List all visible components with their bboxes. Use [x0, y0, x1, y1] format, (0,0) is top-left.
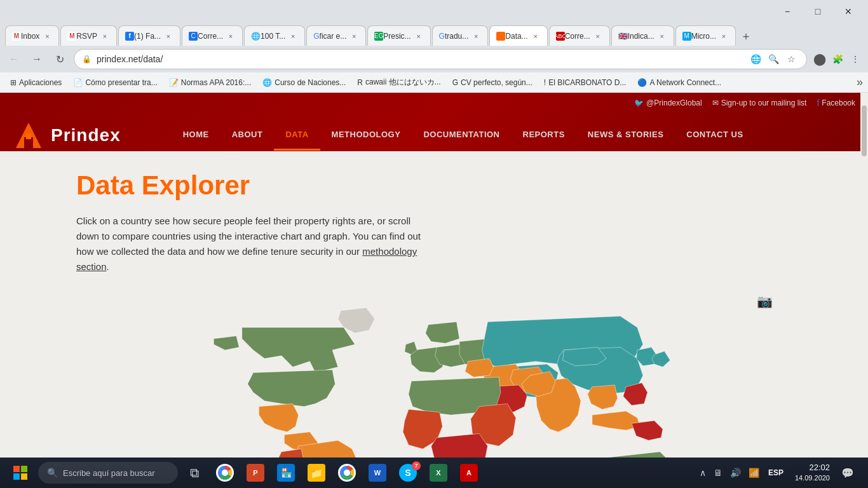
tab-close-presi[interactable]: ×	[414, 31, 424, 41]
tab-close-data[interactable]: ×	[531, 31, 541, 41]
tab-close-micro[interactable]: ×	[719, 31, 729, 41]
back-button[interactable]: ←	[5, 50, 23, 68]
taskbar-app-chrome2[interactable]	[333, 460, 361, 485]
nav-item-contact-us[interactable]: CONTACT US	[675, 120, 754, 151]
new-tab-button[interactable]: +	[737, 28, 755, 46]
tab-close-indica[interactable]: ×	[657, 31, 667, 41]
tab-fb[interactable]: f (1) Fa... ×	[118, 25, 180, 46]
bookmark-item[interactable]: 🔵A Network Connect...	[632, 77, 726, 88]
tab-close-inbox[interactable]: ×	[42, 31, 52, 41]
tab-close-ficar[interactable]: ×	[349, 31, 359, 41]
taskbar-app-acrobat[interactable]: A	[455, 460, 483, 485]
svg-point-12	[344, 470, 349, 475]
tab-close-corre2[interactable]: ×	[593, 31, 603, 41]
taskbar-app-powerpoint[interactable]: P	[241, 460, 269, 485]
taskbar-app-excel[interactable]: X	[424, 460, 452, 485]
wifi-icon[interactable]: 📶	[746, 465, 762, 480]
translate-icon[interactable]: 🌐	[748, 51, 763, 67]
notification-button[interactable]: 💬	[837, 460, 858, 485]
bookmark-item[interactable]: 🌐Curso de Naciones...	[257, 77, 351, 88]
mailing-link[interactable]: ✉ Sign-up to our mailing list	[712, 98, 807, 107]
window-controls[interactable]: − □ ✕	[773, 3, 863, 20]
tab-presi[interactable]: EG Presic... ×	[367, 25, 430, 46]
minimize-button[interactable]: −	[773, 3, 802, 20]
taskbar-search[interactable]: 🔍 Escribe aquí para buscar	[38, 462, 178, 484]
task-view-button[interactable]: ⧉	[180, 460, 208, 485]
bookmark-item[interactable]: Rcawaii 他にはないカ...	[352, 76, 445, 89]
maximize-button[interactable]: □	[803, 3, 832, 20]
tab-inbox[interactable]: M Inbox ×	[5, 25, 59, 46]
camera-icon[interactable]: 📷	[757, 294, 773, 309]
facebook-icon: f	[817, 98, 819, 108]
nav-item-home[interactable]: HOME	[172, 120, 220, 151]
site-logo[interactable]: Prindex	[13, 119, 121, 151]
nav-item-data[interactable]: DATA	[274, 120, 320, 151]
twitter-handle: @PrindexGlobal	[646, 98, 702, 107]
network-icon[interactable]: 🖥	[711, 465, 725, 480]
tab-close-100t[interactable]: ×	[288, 31, 298, 41]
bookmarks-more-button[interactable]: »	[857, 76, 863, 89]
tab-label-ficar: ficar e...	[320, 32, 347, 41]
scrollbar-thumb[interactable]	[862, 105, 867, 156]
close-button[interactable]: ✕	[834, 3, 863, 20]
tab-corre[interactable]: C Corre... ×	[182, 25, 243, 46]
tab-rsvp[interactable]: M RSVP ×	[60, 25, 117, 46]
favicon-corre2: ABC	[556, 32, 565, 41]
nav-item-documentation[interactable]: DOCUMENTATION	[412, 120, 511, 151]
bookmark-item[interactable]: GCV perfecto, según...	[447, 77, 538, 88]
start-button[interactable]	[5, 460, 36, 485]
tab-micro[interactable]: M Micro... ×	[675, 25, 736, 46]
menu-icon[interactable]: ⋮	[848, 51, 863, 67]
address-bar-row: ← → ↻ 🔒 prindex.net/data/ 🌐 🔍 ☆ ⬤ 🧩 ⋮	[0, 46, 868, 72]
nav-item-reports[interactable]: REPORTS	[512, 120, 576, 151]
clock-date: 14.09.2020	[795, 473, 830, 483]
forward-button[interactable]: →	[28, 50, 46, 68]
tab-indica[interactable]: 🇬🇧 Indica... ×	[611, 25, 674, 46]
bookmark-item[interactable]: 📝Normas APA 2016:...	[164, 77, 257, 88]
page-content: Data Explorer Click on a country see how…	[0, 151, 868, 488]
tab-label-fb: (1) Fa...	[134, 32, 161, 41]
bookmark-item[interactable]: 📄Cómo presentar tra...	[68, 77, 162, 88]
address-bar[interactable]: 🔒 prindex.net/data/ 🌐 🔍 ☆	[74, 49, 807, 69]
refresh-button[interactable]: ↻	[51, 50, 69, 68]
tab-ficar[interactable]: G ficar e... ×	[306, 25, 366, 46]
nav-item-methodology[interactable]: METHODOLOGY	[320, 120, 412, 151]
star-icon[interactable]: ☆	[783, 51, 799, 67]
nav-item-news---stories[interactable]: NEWS & STORIES	[576, 120, 675, 151]
excel-icon: X	[430, 464, 447, 482]
bookmark-label: Aplicaciones	[19, 78, 62, 87]
tab-100t[interactable]: 🌐 100 T... ×	[244, 25, 305, 46]
bookmark-icon: 🔵	[637, 78, 647, 87]
facebook-link[interactable]: f Facebook	[817, 98, 855, 108]
tab-data[interactable]: Data... ×	[489, 25, 547, 46]
tab-close-corre[interactable]: ×	[226, 31, 236, 41]
bookmark-icon: 📄	[73, 78, 83, 87]
extensions-icon[interactable]: 🧩	[830, 51, 845, 67]
powerpoint-icon: P	[247, 464, 264, 482]
svg-rect-4	[21, 466, 27, 472]
search-icon: 🔍	[47, 468, 58, 478]
profile-icon[interactable]: ⬤	[812, 51, 827, 67]
bookmark-icon: ⊞	[10, 78, 17, 87]
tab-close-tradu[interactable]: ×	[471, 31, 481, 41]
system-clock[interactable]: 22:02 14.09.2020	[790, 462, 835, 484]
tab-tradu[interactable]: G tradu... ×	[432, 25, 489, 46]
bookmark-item[interactable]: !El BICARBONATO D...	[539, 77, 632, 88]
twitter-link[interactable]: 🐦 @PrindexGlobal	[634, 98, 702, 107]
scrollbar[interactable]	[860, 93, 868, 488]
taskbar-app-skype[interactable]: S 7	[394, 460, 422, 485]
nav-item-about[interactable]: ABOUT	[220, 120, 275, 151]
taskbar-app-file-explorer[interactable]: 📁	[302, 460, 330, 485]
taskbar-app-word[interactable]: W	[363, 460, 391, 485]
network-up-icon[interactable]: ∧	[697, 465, 709, 480]
tab-corre2[interactable]: ABC Corre... ×	[549, 25, 610, 46]
taskbar-app-chrome[interactable]	[211, 460, 239, 485]
speaker-icon[interactable]: 🔊	[728, 465, 743, 480]
taskbar-app-store[interactable]: 🏪	[272, 460, 300, 485]
search-icon[interactable]: 🔍	[766, 51, 781, 67]
favicon-indica: 🇬🇧	[618, 32, 628, 41]
system-tray: ∧ 🖥 🔊 📶 ESP 22:02 14.09.2020 💬	[692, 460, 863, 485]
bookmark-item[interactable]: ⊞Aplicaciones	[5, 77, 67, 88]
tab-close-fb[interactable]: ×	[163, 31, 173, 41]
tab-close-rsvp[interactable]: ×	[100, 31, 110, 41]
